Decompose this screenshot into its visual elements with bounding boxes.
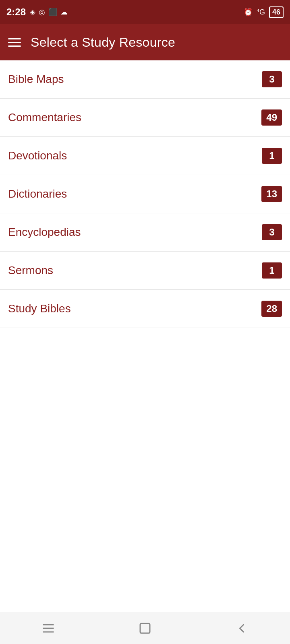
menu-line-2 [8,42,21,43]
battery-level: 46 [269,6,284,18]
item-label-bible-maps: Bible Maps [8,73,64,86]
home-nav-icon [138,621,152,636]
hamburger-nav-icon [41,621,56,636]
item-badge-dictionaries: 13 [261,186,282,202]
item-label-devotionals: Devotionals [8,149,67,162]
status-left: 2:28 ◈ ◎ ⬛ ☁ [6,6,68,18]
item-label-encyclopedias: Encyclopedias [8,226,81,239]
menu-line-1 [8,38,21,39]
download-icon: ⬛ [48,8,57,17]
menu-line-3 [8,45,21,47]
item-label-dictionaries: Dictionaries [8,188,67,200]
item-label-commentaries: Commentaries [8,111,81,124]
nav-home-button[interactable] [133,616,157,640]
status-time: 2:28 [6,6,26,18]
status-bar: 2:28 ◈ ◎ ⬛ ☁ ⏰ ⁴G 46 [0,0,290,24]
list-item-commentaries[interactable]: Commentaries 49 [0,99,290,137]
status-right: ⏰ ⁴G 46 [244,6,284,18]
list-item-bible-maps[interactable]: Bible Maps 3 [0,60,290,99]
item-badge-commentaries: 49 [261,109,282,126]
app-bar: Select a Study Resource [0,24,290,60]
cloud-icon: ☁ [60,8,68,17]
back-nav-icon [234,621,249,636]
list-item-sermons[interactable]: Sermons 1 [0,252,290,290]
item-label-sermons: Sermons [8,264,53,277]
list-item-devotionals[interactable]: Devotionals 1 [0,137,290,175]
svg-rect-3 [140,623,150,633]
page-title: Select a Study Resource [31,35,175,50]
nav-back-button[interactable] [230,616,254,640]
resource-list: Bible Maps 3 Commentaries 49 Devotionals… [0,60,290,328]
list-item-study-bibles[interactable]: Study Bibles 28 [0,290,290,328]
bottom-nav [0,612,290,644]
list-item-encyclopedias[interactable]: Encyclopedias 3 [0,213,290,252]
nav-menu-button[interactable] [36,616,60,640]
whatsapp-icon: ◎ [39,8,45,17]
signal-icon: ⁴G [257,8,265,17]
item-badge-encyclopedias: 3 [262,224,282,240]
item-badge-bible-maps: 3 [262,71,282,87]
battery-icon: ◈ [30,8,35,17]
alarm-icon: ⏰ [244,8,253,17]
item-label-study-bibles: Study Bibles [8,302,71,315]
item-badge-study-bibles: 28 [261,301,282,317]
menu-button[interactable] [8,38,21,47]
status-icons: ◈ ◎ ⬛ ☁ [30,8,68,17]
list-item-dictionaries[interactable]: Dictionaries 13 [0,175,290,213]
item-badge-devotionals: 1 [262,148,282,164]
item-badge-sermons: 1 [262,262,282,279]
